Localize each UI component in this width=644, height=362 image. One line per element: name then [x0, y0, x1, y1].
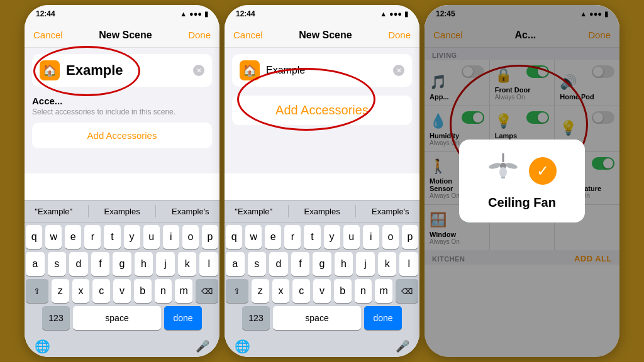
key-n[interactable]: n — [155, 279, 172, 303]
key-done-2[interactable]: done — [364, 306, 402, 330]
key-t[interactable]: t — [104, 225, 120, 249]
signal-icon-2: ●●● — [389, 10, 402, 18]
key2-h[interactable]: h — [335, 252, 353, 276]
key-r[interactable]: r — [84, 225, 101, 249]
key-o[interactable]: o — [182, 225, 199, 249]
pred-1-3[interactable]: Example's — [167, 207, 214, 216]
mic-button-1[interactable]: 🎤 — [196, 339, 209, 353]
key2-d[interactable]: d — [269, 252, 288, 276]
key2-q[interactable]: q — [226, 225, 242, 249]
key-numbers-2[interactable]: 123 — [242, 306, 270, 330]
key-w[interactable]: w — [45, 225, 62, 249]
key-delete[interactable]: ⌫ — [196, 279, 218, 303]
add-accessories-button-1[interactable]: Add Accessories — [32, 123, 212, 148]
pred-2-2[interactable]: Examples — [299, 207, 345, 216]
key-p[interactable]: p — [202, 225, 218, 249]
key-a[interactable]: a — [26, 252, 45, 276]
key2-f[interactable]: f — [291, 252, 310, 276]
key2-x[interactable]: x — [272, 279, 290, 303]
key2-j[interactable]: j — [356, 252, 375, 276]
key2-z[interactable]: z — [252, 279, 269, 303]
done-button-1[interactable]: Done — [188, 30, 211, 40]
signal-icon: ●●● — [189, 10, 202, 18]
clear-button-2[interactable]: ✕ — [393, 65, 404, 76]
key2-v[interactable]: v — [313, 279, 331, 303]
emoji-button-1[interactable]: 🌐 — [35, 339, 50, 354]
key2-n[interactable]: n — [355, 279, 372, 303]
popup-title: Ceiling Fan — [488, 195, 556, 210]
key2-m[interactable]: m — [375, 279, 392, 303]
add-accessories-label-2[interactable]: Add Accessories — [275, 103, 369, 117]
keyboard-2: "Example" Examples Example's q w e r t y… — [225, 200, 419, 357]
key2-e[interactable]: e — [265, 225, 281, 249]
key-z[interactable]: z — [52, 279, 69, 303]
key2-r[interactable]: r — [284, 225, 301, 249]
key2-o[interactable]: o — [382, 225, 399, 249]
key-shift[interactable]: ⇧ — [26, 279, 48, 303]
status-bar-1: 12:44 ▲ ●●● ▮ — [25, 5, 219, 23]
phone-1: 12:44 ▲ ●●● ▮ Cancel New Scene Done 🏠 Ex… — [25, 5, 219, 357]
key2-a[interactable]: a — [226, 252, 245, 276]
key2-delete[interactable]: ⌫ — [396, 279, 418, 303]
key2-w[interactable]: w — [245, 225, 262, 249]
pred-1-2[interactable]: Examples — [99, 207, 145, 216]
key-x[interactable]: x — [72, 279, 90, 303]
phone-3: 12:45 ▲ ●●● ▮ Cancel Ac... Done LIVING A… — [425, 5, 619, 357]
keyboard-rows-1: q w e r t y u i o p a s d f g h j k l — [25, 222, 219, 336]
key-g[interactable]: g — [113, 252, 131, 276]
key2-b[interactable]: b — [334, 279, 352, 303]
time-1: 12:44 — [36, 9, 55, 18]
key-space-1[interactable]: space — [73, 306, 161, 330]
key-u[interactable]: u — [143, 225, 160, 249]
nav-bar-2: Cancel New Scene Done — [225, 23, 419, 48]
key2-k[interactable]: k — [378, 252, 397, 276]
done-button-2[interactable]: Done — [388, 30, 411, 40]
key-f[interactable]: f — [91, 252, 110, 276]
key2-l[interactable]: l — [399, 252, 418, 276]
status-icons-2: ▲ ●●● ▮ — [380, 10, 408, 18]
pred-1-1[interactable]: "Example" — [30, 207, 77, 216]
scene-name-1[interactable]: Example — [66, 62, 187, 79]
key-space-2[interactable]: space — [273, 306, 361, 330]
key-l[interactable]: l — [199, 252, 218, 276]
scene-name-2[interactable]: Example — [266, 65, 387, 76]
key-y[interactable]: y — [124, 225, 140, 249]
key-c[interactable]: c — [92, 279, 110, 303]
cancel-button-1[interactable]: Cancel — [33, 30, 63, 40]
key2-u[interactable]: u — [343, 225, 360, 249]
emoji-button-2[interactable]: 🌐 — [235, 339, 250, 354]
key2-i[interactable]: i — [363, 225, 379, 249]
key-b[interactable]: b — [134, 279, 152, 303]
content-area-1: 🏠 Example ✕ Acce... Select accessories t… — [25, 48, 219, 173]
fan-icon — [487, 152, 519, 189]
cancel-button-2[interactable]: Cancel — [233, 30, 263, 40]
pred-2-1[interactable]: "Example" — [230, 207, 277, 216]
key-done-1[interactable]: done — [164, 306, 202, 330]
key-numbers-1[interactable]: 123 — [42, 306, 70, 330]
key-e[interactable]: e — [65, 225, 81, 249]
svg-point-1 — [488, 162, 501, 170]
pred-2-3[interactable]: Example's — [367, 207, 414, 216]
key-i[interactable]: i — [163, 225, 179, 249]
key-j[interactable]: j — [156, 252, 175, 276]
mic-button-2[interactable]: 🎤 — [396, 339, 409, 353]
scene-input-row-2: 🏠 Example ✕ — [232, 54, 412, 87]
key2-t[interactable]: t — [304, 225, 320, 249]
key-h[interactable]: h — [135, 252, 153, 276]
key2-g[interactable]: g — [313, 252, 331, 276]
key2-y[interactable]: y — [324, 225, 340, 249]
key-k[interactable]: k — [178, 252, 197, 276]
scene-icon-1: 🏠 — [40, 60, 60, 80]
key2-s[interactable]: s — [248, 252, 267, 276]
key-q[interactable]: q — [26, 225, 42, 249]
accessories-section-1: Acce... Select accessories to include in… — [32, 96, 212, 148]
clear-button-1[interactable]: ✕ — [193, 65, 204, 76]
key2-p[interactable]: p — [402, 225, 418, 249]
key-v[interactable]: v — [113, 279, 131, 303]
content-area-2: 🏠 Example ✕ Add Accessories — [225, 48, 419, 173]
key-m[interactable]: m — [175, 279, 192, 303]
key2-shift[interactable]: ⇧ — [226, 279, 248, 303]
key2-c[interactable]: c — [292, 279, 310, 303]
key-s[interactable]: s — [48, 252, 67, 276]
key-d[interactable]: d — [69, 252, 88, 276]
